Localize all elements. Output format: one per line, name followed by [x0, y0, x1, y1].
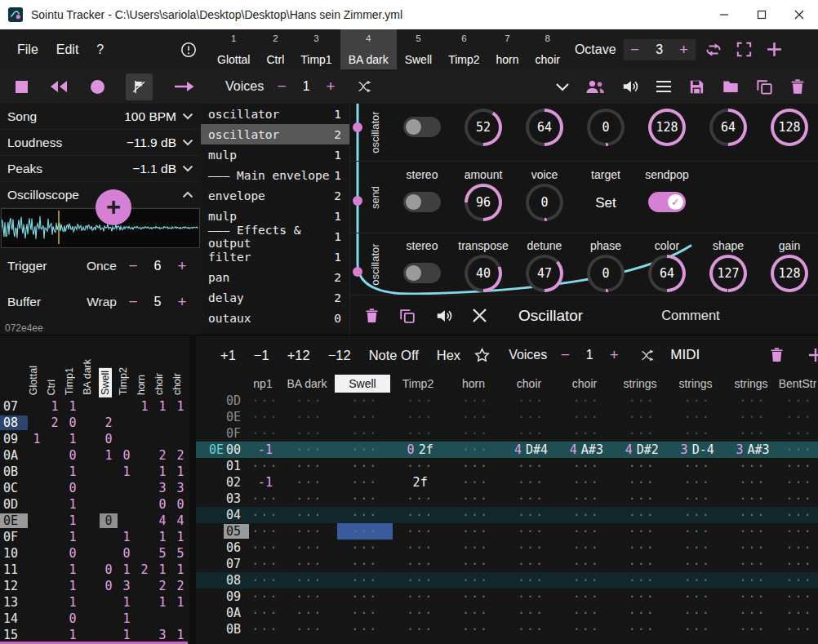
note-cell[interactable]: ···	[558, 409, 614, 425]
note-cell[interactable]: ···	[669, 523, 725, 540]
pattern-order-row[interactable]: 0D100	[0, 496, 189, 513]
pattern-cell[interactable]: 3	[118, 579, 136, 593]
note-cell[interactable]: ···	[614, 491, 669, 507]
note-track-header-choir[interactable]: choir	[501, 375, 557, 393]
note-cell[interactable]: ···	[282, 491, 337, 507]
pattern-column-header-ba-dark[interactable]: BA dark	[78, 335, 96, 398]
pattern-cell[interactable]: 1	[64, 628, 82, 642]
pattern-cell[interactable]: 0	[64, 415, 82, 430]
note-cell[interactable]: ···	[614, 409, 669, 425]
knob-param[interactable]: 64	[526, 109, 563, 146]
favorite-star-icon[interactable]	[473, 347, 491, 364]
note-cell[interactable]: ···	[249, 425, 282, 442]
pattern-cell[interactable]: 2	[100, 415, 118, 430]
unit-list-item[interactable]: outaux0	[201, 308, 349, 328]
delete-trash-icon[interactable]	[789, 78, 807, 96]
note-cell[interactable]: ···	[337, 474, 393, 491]
knob-shape[interactable]: 127	[709, 255, 747, 292]
pattern-cell[interactable]: 0	[64, 611, 82, 626]
track-tab-swell[interactable]: 5Swell	[397, 29, 440, 69]
note-row[interactable]: 0F·································	[196, 425, 818, 442]
delete-unit-icon[interactable]	[363, 307, 380, 325]
note-cell[interactable]: ···	[448, 474, 504, 491]
note-cell[interactable]: ···	[558, 621, 614, 637]
note-cell[interactable]: ···	[504, 425, 559, 442]
note-row[interactable]: 01·································	[196, 458, 818, 474]
follow-flag-button[interactable]	[126, 73, 153, 100]
pattern-cell[interactable]: 1	[64, 562, 82, 577]
buffer-decrease-button[interactable]: −	[122, 291, 144, 313]
note-cell[interactable]: ···	[282, 474, 337, 491]
knob-param[interactable]: 0	[587, 109, 625, 146]
note-cell[interactable]: ···	[725, 491, 780, 507]
menu-hamburger-icon[interactable]	[655, 79, 673, 94]
note-cell[interactable]: ···	[614, 556, 669, 572]
note-cell[interactable]: ···	[282, 442, 337, 458]
pattern-cell[interactable]: 3	[153, 481, 171, 495]
pattern-cell[interactable]: 0	[100, 432, 118, 446]
midi-button[interactable]: MIDI	[670, 347, 700, 363]
pattern-cell[interactable]: 1	[136, 399, 153, 414]
note-cell[interactable]: ···	[725, 458, 780, 474]
close-unit-editor-icon[interactable]	[472, 308, 487, 323]
note-cell[interactable]: ···	[669, 393, 725, 409]
pattern-cell[interactable]: 1	[28, 432, 46, 446]
note-cell[interactable]: ···	[282, 556, 337, 572]
note-track-header-swell[interactable]: Swell	[335, 375, 390, 393]
note-cell[interactable]: ···	[282, 425, 337, 442]
pattern-cell[interactable]: 0	[64, 546, 82, 561]
transpose-up-octave-button[interactable]: +12	[281, 348, 317, 363]
pattern-column-header-timp2[interactable]: Timp2	[114, 335, 132, 398]
pattern-cell[interactable]: 1	[64, 399, 82, 414]
note-cell[interactable]: ···	[780, 474, 818, 491]
loop-icon[interactable]	[704, 40, 723, 60]
note-cell[interactable]: ···	[558, 605, 614, 621]
note-cell[interactable]: ···	[780, 442, 818, 458]
close-button[interactable]	[780, 0, 818, 29]
note-cell[interactable]: ···	[504, 491, 559, 507]
pattern-cell[interactable]: 0	[64, 481, 82, 495]
pattern-cell[interactable]: 4	[153, 513, 171, 528]
note-cell[interactable]: ···	[337, 442, 393, 458]
trigger-increase-button[interactable]: +	[171, 255, 193, 277]
octave-decrease-button[interactable]: −	[624, 39, 647, 60]
pattern-cell[interactable]: 0	[153, 497, 171, 512]
pattern-column-header-ctrl[interactable]: Ctrl	[42, 335, 60, 398]
note-cell[interactable]: ···	[780, 507, 818, 523]
octave-increase-button[interactable]: +	[673, 39, 696, 60]
copy-icon[interactable]	[755, 78, 774, 96]
note-cell[interactable]: ···	[337, 556, 393, 572]
pattern-order-row[interactable]: 1210322	[0, 578, 189, 594]
unit-solo-speaker-icon[interactable]	[434, 307, 454, 325]
note-row[interactable]: 0E·································	[196, 409, 818, 425]
note-cell[interactable]: ···	[669, 556, 725, 572]
track-tab-timp2[interactable]: 6Timp2	[440, 29, 487, 69]
buffer-mode-button[interactable]: Wrap	[87, 295, 117, 309]
note-cell[interactable]: ···	[558, 556, 614, 572]
note-cell[interactable]: ···	[780, 621, 818, 637]
pattern-cell[interactable]: 1	[171, 530, 189, 544]
panel-row-song[interactable]: Song100 BPM	[0, 104, 201, 130]
knob-param[interactable]: 52	[465, 109, 502, 146]
note-cell[interactable]: ···	[725, 409, 780, 425]
transpose-down-octave-button[interactable]: −12	[322, 348, 358, 363]
trigger-decrease-button[interactable]: −	[122, 255, 144, 277]
knob-detune[interactable]: 47	[526, 255, 563, 292]
note-row[interactable]: 03·································	[196, 491, 818, 507]
note-cell[interactable]: ···	[558, 425, 614, 442]
pattern-cell[interactable]: 2	[171, 448, 189, 463]
unit-list-item[interactable]: delay2	[201, 287, 349, 308]
track-tab-glottal[interactable]: 1Glottal	[209, 29, 258, 69]
note-track-header-bentstr[interactable]: BentStr	[779, 375, 816, 393]
pattern-column-header-glottal[interactable]: Glottal	[24, 335, 42, 398]
note-cell[interactable]: ···	[448, 523, 504, 540]
note-cell[interactable]: 4A#3	[558, 442, 614, 458]
note-track-header-strings[interactable]: strings	[723, 375, 779, 393]
note-cell[interactable]: ···	[504, 474, 559, 491]
note-row[interactable]: 09·································	[196, 588, 818, 605]
note-cell[interactable]: ···	[614, 393, 669, 409]
note-track-header-horn[interactable]: horn	[446, 375, 501, 393]
note-cell[interactable]: ···	[337, 507, 393, 523]
pattern-order-row[interactable]: 0E1044	[0, 513, 189, 529]
split-voices-icon[interactable]	[640, 348, 656, 363]
